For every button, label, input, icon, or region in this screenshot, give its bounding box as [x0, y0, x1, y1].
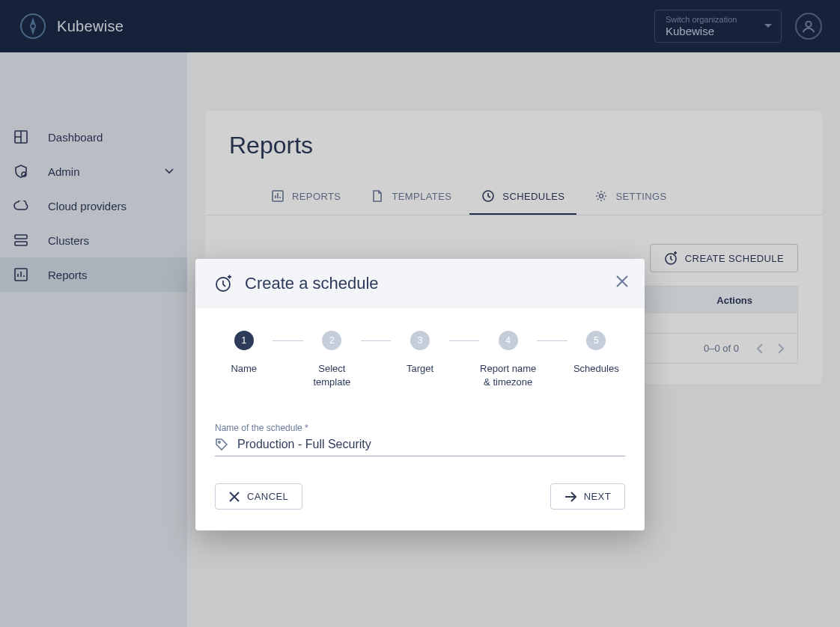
cancel-label: CANCEL [247, 491, 288, 502]
stepper: 1 Name 2 Select template 3 Target 4 Repo… [195, 308, 645, 396]
next-label: NEXT [584, 491, 611, 502]
step-number: 3 [410, 331, 430, 350]
create-schedule-dialog: Create a schedule 1 Name 2 Select templa… [195, 259, 645, 530]
step-number: 2 [322, 331, 341, 350]
step-connector [361, 340, 391, 341]
dialog-footer: CANCEL NEXT [195, 465, 645, 530]
svg-point-14 [219, 441, 221, 444]
step-3[interactable]: 3 Target [391, 331, 448, 376]
arrow-right-icon [564, 492, 576, 502]
step-4[interactable]: 4 Report name & timezone [479, 331, 537, 388]
step-label: Schedules [573, 362, 619, 376]
step-1[interactable]: 1 Name [215, 331, 273, 376]
close-icon[interactable] [616, 275, 628, 287]
close-icon [229, 492, 240, 502]
cancel-button[interactable]: CANCEL [215, 483, 302, 510]
tag-icon [215, 438, 228, 451]
name-field-label: Name of the schedule * [215, 423, 625, 433]
step-2[interactable]: 2 Select template [303, 331, 361, 388]
step-number: 1 [234, 331, 254, 350]
step-5[interactable]: 5 Schedules [567, 331, 625, 376]
dialog-title: Create a schedule [245, 274, 379, 293]
step-connector [449, 340, 479, 341]
step-number: 5 [586, 331, 606, 350]
schedule-name-input[interactable] [237, 438, 625, 451]
next-button[interactable]: NEXT [550, 483, 625, 510]
step-number: 4 [499, 331, 518, 350]
step-label: Select template [303, 362, 361, 388]
clock-plus-icon [215, 275, 233, 293]
step-connector [537, 340, 567, 341]
step-label: Name [231, 362, 257, 376]
dialog-header: Create a schedule [195, 259, 645, 308]
step-label: Report name & timezone [479, 362, 537, 388]
step-label: Target [407, 362, 433, 376]
step-connector [273, 340, 302, 341]
name-field: Name of the schedule * [195, 396, 645, 465]
